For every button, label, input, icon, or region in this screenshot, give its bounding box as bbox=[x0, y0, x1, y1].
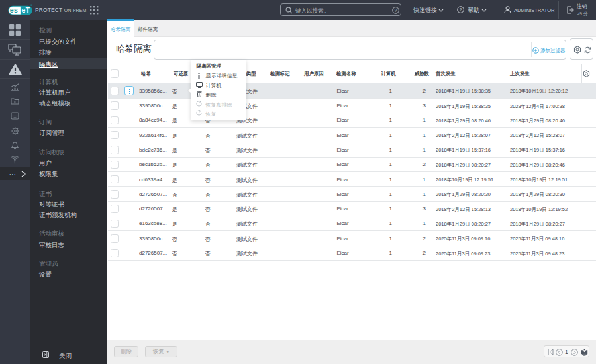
svg-text:?: ? bbox=[459, 7, 462, 12]
svg-text:eT: eT bbox=[21, 6, 30, 14]
svg-text:es: es bbox=[10, 6, 18, 14]
svg-text:?: ? bbox=[394, 8, 397, 13]
